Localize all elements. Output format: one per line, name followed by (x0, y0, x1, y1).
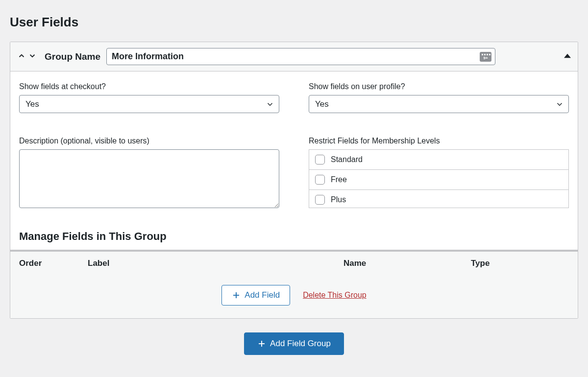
level-row-plus[interactable]: Plus (309, 190, 568, 208)
add-field-group-button[interactable]: Add Field Group (244, 332, 344, 355)
checkout-select[interactable]: Yes (19, 95, 279, 113)
col-order: Order (19, 259, 88, 268)
group-name-input[interactable] (106, 48, 495, 65)
col-label: Label (88, 259, 343, 268)
group-header: Group Name 9+ (10, 42, 578, 71)
password-manager-icon[interactable]: 9+ (480, 52, 491, 62)
level-row-standard[interactable]: Standard (309, 150, 568, 170)
restrict-label: Restrict Fields for Membership Levels (309, 137, 569, 145)
group-actions: Add Field Delete This Group (10, 275, 578, 318)
group-name-label: Group Name (45, 51, 100, 62)
checkbox-icon[interactable] (315, 155, 325, 165)
checkbox-icon[interactable] (315, 175, 325, 185)
checkout-label: Show fields at checkout? (19, 82, 279, 91)
delete-group-link[interactable]: Delete This Group (303, 291, 367, 300)
move-up-icon[interactable] (17, 51, 26, 62)
checkbox-icon[interactable] (315, 195, 325, 205)
svg-marker-0 (564, 54, 571, 58)
description-label: Description (optional, visible to users) (19, 137, 279, 145)
page-title: User Fields (10, 15, 578, 30)
col-type: Type (471, 259, 569, 268)
move-down-icon[interactable] (28, 51, 37, 62)
plus-icon (257, 339, 266, 348)
collapse-toggle-icon[interactable] (564, 52, 571, 61)
level-name: Standard (331, 155, 363, 164)
level-row-free[interactable]: Free (309, 170, 568, 190)
col-name: Name (343, 259, 471, 268)
level-name: Free (331, 175, 347, 184)
field-group-panel: Group Name 9+ Show fields at checkout? Y… (10, 42, 578, 319)
fields-table-header: Order Label Name Type (10, 252, 578, 275)
description-textarea[interactable] (19, 149, 279, 208)
add-field-button[interactable]: Add Field (221, 285, 290, 306)
reorder-controls (17, 51, 37, 62)
profile-select[interactable]: Yes (309, 95, 569, 113)
membership-levels-list: Standard Free Plus (309, 149, 569, 208)
level-name: Plus (331, 195, 346, 204)
manage-fields-heading: Manage Fields in This Group (10, 221, 578, 250)
plus-icon (232, 291, 241, 300)
profile-label: Show fields on user profile? (309, 82, 569, 91)
